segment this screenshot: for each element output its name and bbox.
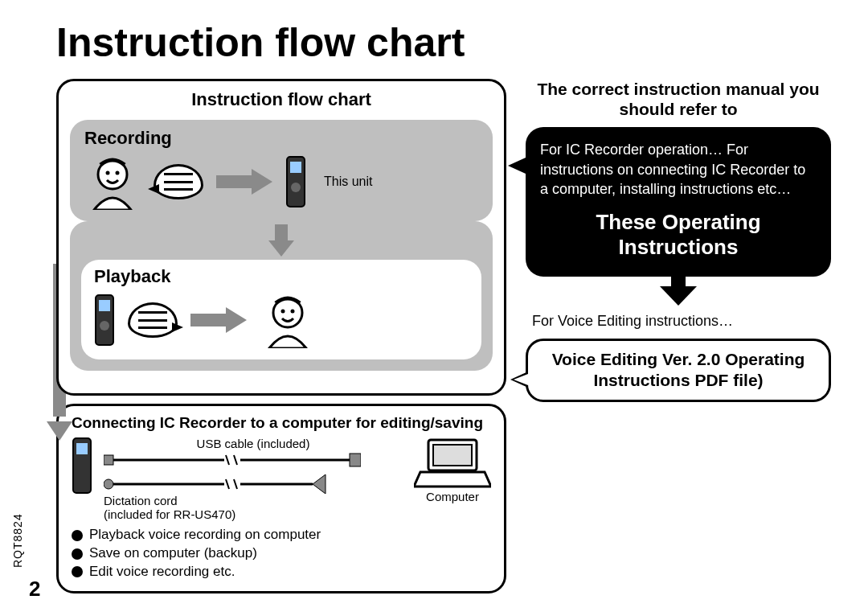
svg-rect-7: [99, 300, 110, 311]
svg-point-8: [100, 321, 109, 331]
svg-point-2: [116, 171, 120, 175]
svg-rect-13: [76, 443, 88, 454]
recorder-icon: [94, 294, 115, 347]
recorder-icon: [72, 437, 92, 495]
svg-rect-14: [104, 455, 113, 465]
svg-rect-4: [290, 162, 301, 173]
black-paragraph: For IC Recorder operation… For instructi…: [540, 140, 817, 199]
voice-editing-box: Voice Editing Ver. 2.0 Operating Instruc…: [526, 339, 831, 402]
these-instructions-box: For IC Recorder operation… For instructi…: [526, 127, 831, 276]
right-column: The correct instruction manual you shoul…: [526, 79, 831, 402]
right-intro: The correct instruction manual you shoul…: [526, 79, 831, 119]
usb-cable-label: USB cable (included): [104, 437, 403, 450]
connect-title: Connecting IC Recorder to a computer for…: [72, 414, 491, 432]
voice-editing-intro: For Voice Editing instructions…: [532, 312, 825, 331]
arrow-right-icon: [216, 170, 272, 193]
black-heading: These Operating Instructions: [540, 210, 817, 260]
callout-arrow-icon: [510, 372, 528, 388]
svg-point-16: [104, 479, 113, 489]
arrow-down-icon: [270, 224, 293, 257]
page-title: Instruction flow chart: [56, 19, 836, 66]
computer-label: Computer: [414, 490, 491, 503]
playback-title: Playback: [94, 266, 469, 287]
this-unit-label: This unit: [324, 175, 372, 189]
arrow-down-black-icon: [660, 275, 697, 306]
laptop-icon: [414, 437, 491, 490]
person-icon: [84, 154, 141, 210]
svg-rect-18: [433, 445, 472, 466]
connect-bullets: Playback voice recording on computer Sav…: [72, 526, 491, 581]
connect-diagram: USB cable (included) Dictation cord (inc…: [72, 437, 491, 521]
recorder-icon: [285, 155, 306, 208]
arrow-right-icon: [190, 309, 247, 331]
playback-wrapper: Playback: [70, 221, 493, 371]
manual-page: Instruction flow chart Instruction flow …: [0, 0, 868, 616]
person-icon: [260, 292, 316, 348]
svg-point-5: [291, 183, 301, 192]
recording-title: Recording: [84, 128, 481, 149]
bullet-item: Save on computer (backup): [72, 544, 491, 563]
left-column: Instruction flow chart Recording: [56, 79, 506, 593]
playback-row: [94, 292, 469, 348]
svg-rect-15: [350, 454, 361, 466]
dictation-cord-label: Dictation cord (included for RR-US470): [104, 494, 403, 521]
page-number: 2: [29, 577, 40, 602]
bullet-item: Edit voice recording etc.: [72, 563, 491, 581]
speech-bubble-icon: [128, 302, 178, 338]
document-code: RQT8824: [11, 513, 24, 568]
svg-point-11: [291, 310, 295, 314]
connect-box: Connecting IC Recorder to a computer for…: [56, 404, 506, 593]
cables-icon: [104, 450, 361, 494]
recording-row: This unit: [84, 154, 481, 210]
playback-step: Playback: [81, 260, 481, 359]
speech-bubble-icon: [154, 164, 203, 199]
recording-step: Recording: [70, 120, 493, 221]
bullet-item: Playback voice recording on computer: [72, 526, 491, 544]
columns: Instruction flow chart Recording: [56, 79, 836, 593]
svg-point-10: [281, 310, 285, 314]
callout-arrow-icon: [508, 158, 526, 174]
svg-point-1: [106, 171, 110, 175]
flowchart-box: Instruction flow chart Recording: [56, 79, 506, 396]
voice-editing-text: Voice Editing Ver. 2.0 Operating Instruc…: [552, 350, 805, 389]
flowchart-header: Instruction flow chart: [59, 81, 504, 120]
